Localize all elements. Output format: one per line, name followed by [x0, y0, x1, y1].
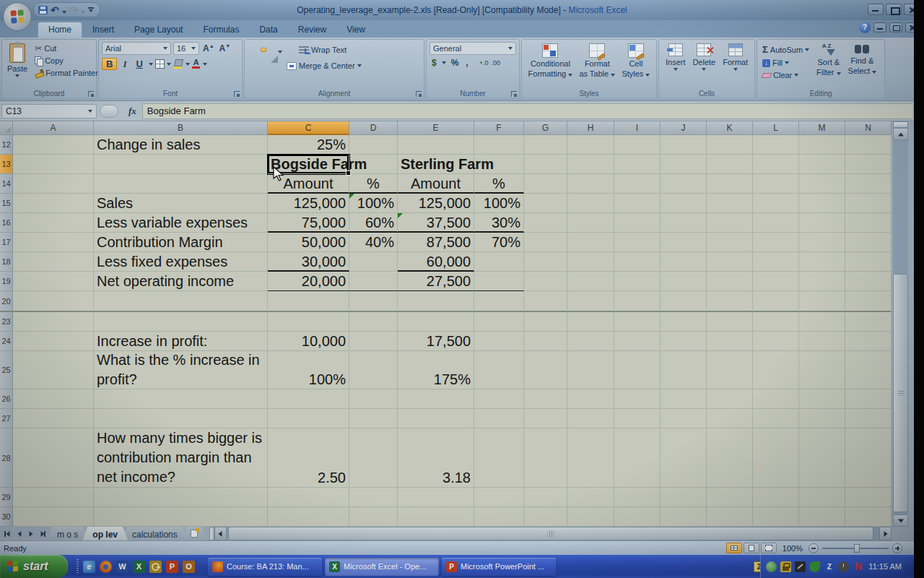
cell-H25[interactable] [567, 351, 614, 389]
cell-K20[interactable] [707, 291, 753, 312]
align-left-button[interactable] [248, 64, 252, 67]
column-header-D[interactable]: D [349, 121, 398, 135]
cell-J26[interactable] [661, 389, 707, 409]
scroll-left-button[interactable] [214, 527, 227, 540]
cell-H27[interactable] [567, 409, 614, 428]
tab-scroll-splitter[interactable] [209, 527, 214, 540]
decrease-decimal-button[interactable]: .00 [491, 60, 500, 66]
messenger-icon[interactable] [766, 561, 777, 572]
lock-icon[interactable] [780, 561, 791, 572]
tool-icon[interactable] [795, 561, 806, 572]
key-icon[interactable] [149, 561, 162, 573]
cell-D27[interactable] [349, 409, 398, 428]
n-app-icon[interactable]: N [853, 561, 863, 572]
minimize-button[interactable] [868, 4, 884, 15]
column-header-M[interactable]: M [799, 121, 845, 135]
cell-M13[interactable] [799, 155, 845, 174]
horizontal-scrollbar[interactable] [214, 527, 892, 540]
row-header-18[interactable]: 18 [0, 252, 13, 272]
row-header-27[interactable]: 27 [0, 409, 13, 428]
tab-review[interactable]: Review [288, 22, 336, 38]
cell-C16[interactable]: 75,000 [268, 213, 349, 233]
cell-N24[interactable] [845, 332, 892, 351]
cell-D16[interactable]: 60% [349, 213, 398, 233]
cell-A24[interactable] [13, 332, 94, 351]
cell-N27[interactable] [845, 409, 892, 428]
paste-button[interactable]: Paste [5, 42, 30, 87]
cell-E20[interactable] [398, 291, 474, 312]
cell-K12[interactable] [707, 135, 753, 155]
z-app-icon[interactable]: Z [824, 561, 834, 572]
column-header-A[interactable]: A [13, 121, 94, 135]
cell-J15[interactable] [661, 194, 707, 213]
cell-D19[interactable] [349, 272, 398, 291]
internet-explorer-icon[interactable]: e [83, 561, 95, 573]
cell-J14[interactable] [661, 174, 707, 194]
cell-G29[interactable] [524, 488, 567, 507]
cell-B28[interactable]: How many times bigger is contribution ma… [94, 428, 268, 488]
cell-M27[interactable] [799, 409, 845, 428]
cell-F27[interactable] [474, 409, 524, 428]
cell-J24[interactable] [661, 332, 707, 351]
cell-I17[interactable] [614, 233, 661, 252]
cell-H12[interactable] [567, 135, 614, 155]
cell-N20[interactable] [845, 291, 892, 312]
cell-A25[interactable] [13, 351, 94, 389]
cell-B26[interactable] [94, 389, 268, 409]
cell-I13[interactable] [614, 155, 661, 174]
cell-C20[interactable] [268, 291, 349, 312]
cell-N13[interactable] [845, 155, 892, 174]
cell-E13[interactable]: Sterling Farm [398, 155, 474, 174]
cell-C27[interactable] [268, 409, 349, 428]
number-dialog-launcher[interactable] [511, 91, 517, 97]
cell-F23[interactable] [474, 312, 524, 332]
cell-A14[interactable] [13, 174, 94, 194]
cell-F19[interactable] [474, 272, 524, 291]
cell-E30[interactable] [398, 507, 474, 527]
currency-button[interactable]: $ [430, 58, 439, 68]
cell-G26[interactable] [524, 389, 567, 409]
align-bottom-button[interactable] [261, 48, 266, 52]
cell-C24[interactable]: 10,000 [268, 332, 349, 351]
column-header-G[interactable]: G [524, 121, 567, 135]
next-sheet-button[interactable] [25, 528, 36, 539]
cell-E19[interactable]: 27,500 [398, 272, 474, 291]
column-header-C[interactable]: C [268, 121, 349, 135]
cell-M17[interactable] [799, 233, 845, 252]
cell-A18[interactable] [13, 252, 94, 272]
cell-I24[interactable] [614, 332, 661, 351]
underline-button[interactable]: U [132, 59, 146, 69]
cell-L26[interactable] [753, 389, 799, 409]
cell-G27[interactable] [524, 409, 567, 428]
cell-H16[interactable] [567, 213, 614, 233]
cell-E15[interactable]: 125,000 [398, 194, 474, 213]
conditional-formatting-button[interactable]: ConditionalFormatting [526, 42, 575, 87]
column-header-E[interactable]: E [398, 121, 474, 135]
cell-H26[interactable] [567, 389, 614, 409]
cell-H19[interactable] [567, 272, 614, 291]
undo-button[interactable]: ↶ [51, 4, 66, 17]
normal-view-button[interactable] [726, 543, 742, 553]
comma-button[interactable]: , [463, 58, 470, 68]
cell-C25[interactable]: 100% [268, 351, 349, 389]
format-painter-button[interactable]: Format Painter [32, 68, 100, 78]
cell-L24[interactable] [753, 332, 799, 351]
cell-N25[interactable] [845, 351, 892, 389]
cell-B18[interactable]: Less fixed expenses [94, 252, 268, 272]
cell-E23[interactable] [398, 312, 474, 332]
cell-G15[interactable] [524, 194, 567, 213]
autosum-button[interactable]: ΣAutoSum [760, 43, 811, 56]
cell-F26[interactable] [474, 389, 524, 409]
cell-J17[interactable] [661, 233, 707, 252]
cell-C28[interactable]: 2.50 [268, 428, 349, 488]
cell-N16[interactable] [845, 213, 892, 233]
cell-N19[interactable] [845, 272, 892, 291]
cell-H24[interactable] [567, 332, 614, 351]
cell-L28[interactable] [753, 428, 799, 488]
cell-J12[interactable] [661, 135, 707, 155]
cell-F29[interactable] [474, 488, 524, 507]
taskbar-clock[interactable]: 11:15 AM [867, 562, 905, 571]
cell-A16[interactable] [13, 213, 94, 233]
cell-K27[interactable] [707, 409, 753, 428]
horizontal-scroll-track[interactable] [227, 527, 879, 540]
